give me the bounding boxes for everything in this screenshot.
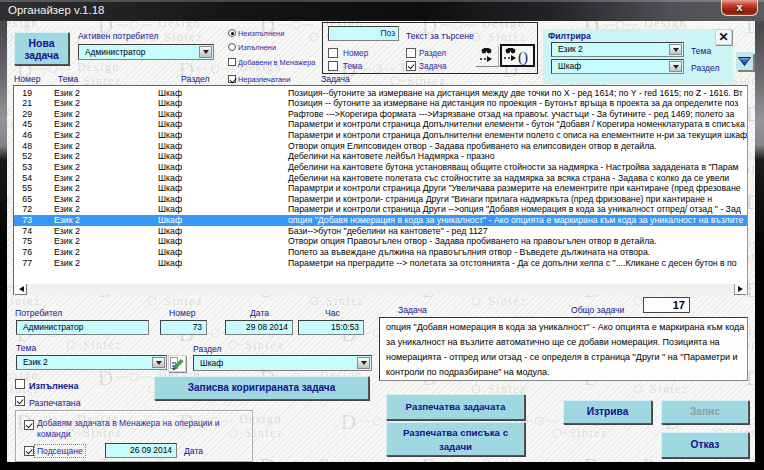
svg-text:(): () <box>518 49 528 65</box>
